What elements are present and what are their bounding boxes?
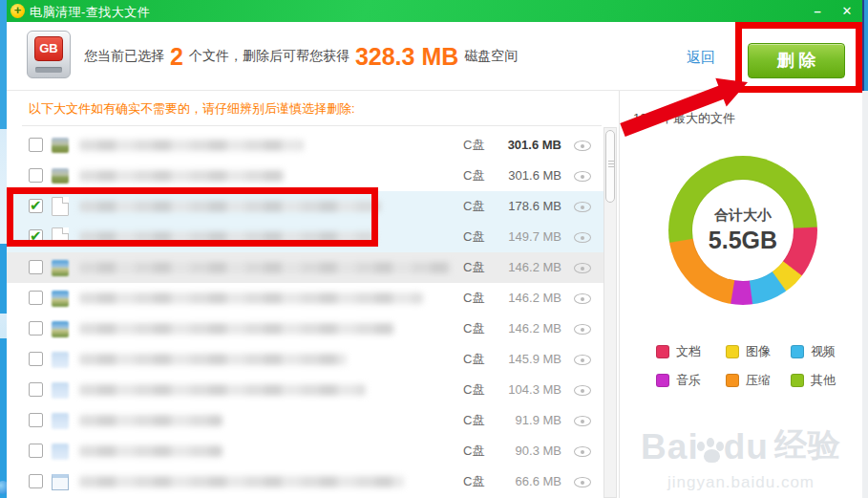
- file-checkbox[interactable]: [29, 352, 43, 366]
- gb-icon-slot: [35, 67, 62, 73]
- file-size: 91.9 MB: [482, 405, 561, 436]
- file-size: 149.7 MB: [482, 222, 561, 252]
- legend-item: 视频: [791, 343, 836, 360]
- file-type-icon: [52, 138, 69, 153]
- file-checkbox[interactable]: [29, 321, 43, 336]
- file-checkbox[interactable]: [29, 413, 43, 427]
- preview-eye-icon[interactable]: [574, 446, 591, 457]
- preview-eye-icon[interactable]: [574, 263, 591, 273]
- background-right-strip: [862, 91, 868, 498]
- legend-color-swatch: [726, 374, 739, 387]
- legend-label: 音乐: [676, 372, 701, 389]
- preview-eye-icon[interactable]: [574, 355, 591, 365]
- legend-label: 压缩: [746, 372, 771, 389]
- file-checkbox[interactable]: [29, 168, 43, 183]
- legend-item: 音乐: [656, 372, 701, 389]
- caution-tip: 以下大文件如有确实不需要的，请仔细辨别后谨慎选择删除:: [29, 100, 355, 118]
- donut-center-label: 合计大小: [714, 206, 772, 225]
- file-size: 66.6 MB: [482, 466, 561, 497]
- preview-eye-icon[interactable]: [574, 293, 591, 304]
- file-name-redacted: [79, 140, 304, 151]
- annotation-box-selected-rows: [7, 187, 378, 247]
- summary-mid: 个文件，删除后可帮您获得: [189, 48, 349, 65]
- file-size: 104.3 MB: [482, 375, 561, 405]
- watermark-text-du: du: [724, 427, 769, 467]
- watermark-text-cn: 经验: [774, 423, 841, 467]
- file-checkbox[interactable]: [29, 138, 43, 152]
- file-type-donut-chart: 合计大小 5.5GB: [668, 156, 817, 305]
- file-row[interactable]: C盘 104.3 MB: [7, 375, 603, 405]
- donut-center-value: 5.5GB: [709, 227, 777, 254]
- file-type-icon: [52, 352, 69, 368]
- preview-eye-icon[interactable]: [574, 385, 591, 396]
- window-title: 电脑清理-查找大文件: [30, 4, 150, 21]
- file-checkbox[interactable]: [29, 260, 43, 274]
- background-window-right-sliver: [862, 0, 868, 91]
- file-type-icon: [52, 260, 69, 276]
- file-row[interactable]: C盘 146.2 MB: [7, 252, 603, 283]
- paw-icon: [697, 437, 726, 466]
- list-top-divider: [22, 125, 602, 126]
- file-type-icon: [52, 291, 69, 307]
- file-checkbox[interactable]: [29, 474, 43, 488]
- file-name-redacted: [79, 354, 347, 365]
- donut-center: 合计大小 5.5GB: [692, 180, 794, 281]
- file-size: 301.6 MB: [482, 130, 561, 161]
- annotation-arrow: [611, 75, 754, 141]
- file-type-icon: [52, 321, 69, 337]
- file-name-redacted: [79, 445, 222, 457]
- legend-item: 图像: [726, 343, 771, 360]
- file-row[interactable]: C盘 66.6 MB: [7, 466, 603, 497]
- legend-item: 其他: [791, 372, 836, 389]
- legend-color-swatch: [656, 374, 669, 387]
- file-checkbox[interactable]: [29, 444, 43, 458]
- preview-eye-icon[interactable]: [574, 416, 591, 426]
- watermark-url: jingyan.baidu.com: [620, 473, 862, 492]
- summary-suffix: 磁盘空间: [464, 48, 518, 65]
- close-button[interactable]: ✕: [838, 3, 856, 19]
- baidu-watermark: Bai du 经验 jingyan.baidu.com: [620, 423, 862, 492]
- stats-panel: 1000个最大的文件 合计大小 5.5GB 文档 图像 视频 音乐 压缩 其他 …: [620, 91, 862, 498]
- legend-item: 文档: [656, 343, 701, 360]
- file-size: 145.9 MB: [482, 344, 561, 375]
- legend-color-swatch: [791, 374, 804, 387]
- selected-count: 2: [170, 43, 183, 71]
- back-link[interactable]: 返回: [687, 49, 715, 67]
- file-name-redacted: [79, 170, 285, 182]
- legend-color-swatch: [726, 345, 739, 358]
- legend-label: 文档: [676, 343, 701, 360]
- file-row[interactable]: C盘 90.3 MB: [7, 436, 603, 466]
- legend-label: 图像: [746, 343, 771, 360]
- file-row[interactable]: C盘 146.2 MB: [7, 283, 603, 314]
- file-checkbox[interactable]: [29, 291, 43, 305]
- file-type-icon: [52, 413, 69, 429]
- preview-eye-icon[interactable]: [574, 477, 591, 487]
- file-type-icon: [52, 382, 69, 399]
- preview-eye-icon[interactable]: [574, 324, 591, 335]
- minimize-button[interactable]: –: [809, 3, 826, 19]
- file-name-redacted: [79, 415, 222, 426]
- summary-prefix: 您当前已选择: [84, 48, 164, 65]
- file-row[interactable]: C盘 146.2 MB: [7, 314, 603, 344]
- preview-eye-icon[interactable]: [574, 232, 591, 243]
- file-row[interactable]: C盘 91.9 MB: [7, 405, 603, 436]
- file-checkbox[interactable]: [29, 382, 43, 397]
- file-list: C盘 301.6 MB C盘 301.6 MB C盘 178.6 MB C盘 1…: [7, 130, 603, 498]
- file-type-icon: [52, 474, 69, 490]
- file-row[interactable]: C盘 145.9 MB: [7, 344, 603, 375]
- file-name-redacted: [79, 262, 452, 273]
- preview-eye-icon[interactable]: [574, 202, 591, 212]
- file-size: 301.6 MB: [482, 161, 561, 191]
- legend-color-swatch: [656, 345, 669, 358]
- file-name-redacted: [79, 384, 366, 396]
- background-window-left-sliver: [0, 0, 7, 498]
- screenshot-root: + 电脑清理-查找大文件 – ✕ GB 您当前已选择 2 个文件，删除后可帮您获…: [0, 0, 868, 498]
- legend-label: 其他: [811, 372, 836, 389]
- file-row[interactable]: C盘 301.6 MB: [7, 130, 603, 161]
- list-scrollbar[interactable]: [603, 127, 617, 498]
- legend-item: 压缩: [726, 372, 771, 389]
- preview-eye-icon[interactable]: [574, 171, 591, 182]
- preview-eye-icon[interactable]: [574, 141, 591, 151]
- scrollbar-grip-icon: [608, 163, 614, 164]
- file-name-redacted: [79, 476, 404, 487]
